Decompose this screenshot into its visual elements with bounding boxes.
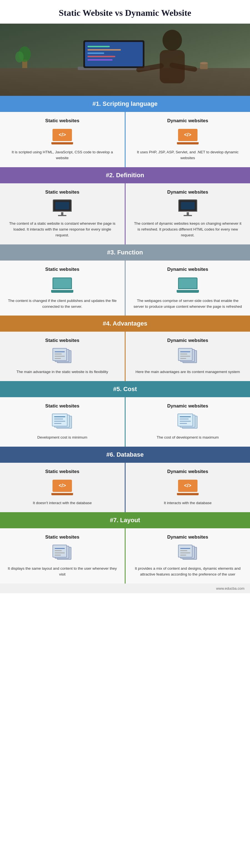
comparison-row-function: Static websites The content is changed i…	[0, 260, 250, 316]
static-title-layout: Static websites	[45, 534, 80, 540]
dynamic-icon-cost	[177, 413, 198, 431]
dynamic-col-database: Dynamic websites </> It interacts with t…	[126, 463, 250, 512]
static-text-database: It doesn't interact with the database	[33, 500, 92, 506]
dynamic-col-cost: Dynamic websites The cost of development…	[126, 397, 250, 447]
comparison-row-advantages: Static websites The main advantage in th…	[0, 332, 250, 381]
dynamic-icon-advantages	[177, 347, 198, 365]
svg-point-16	[15, 51, 24, 62]
section-layout: #7. LayoutStatic websites It displays th…	[0, 512, 250, 584]
svg-rect-8	[88, 56, 115, 57]
dynamic-icon-scripting: </>	[177, 127, 198, 146]
svg-rect-9	[88, 59, 113, 61]
main-title: Static Website vs Dynamic Website	[0, 0, 250, 24]
svg-rect-5	[88, 46, 110, 47]
static-title-scripting: Static websites	[45, 118, 80, 124]
section-scripting: #1. Scripting languageStatic websites </…	[0, 96, 250, 167]
static-col-layout: Static websites It displays the same lay…	[0, 528, 126, 584]
dynamic-title-cost: Dynamic websites	[167, 403, 208, 409]
section-header-layout: #7. Layout	[0, 512, 250, 528]
static-text-cost: Development cost is minimum	[37, 435, 87, 440]
static-col-scripting: Static websites </> It is scripted using…	[0, 112, 126, 167]
dynamic-title-database: Dynamic websites	[167, 469, 208, 474]
footer: www.educba.com	[0, 584, 250, 593]
comparison-row-layout: Static websites It displays the same lay…	[0, 528, 250, 584]
section-header-scripting: #1. Scripting language	[0, 96, 250, 112]
comparison-row-cost: Static websites Development cost is mini…	[0, 397, 250, 447]
dynamic-text-scripting: It uses PHP, JSP, ASP, Servlet, and .NET…	[133, 149, 243, 161]
static-col-advantages: Static websites The main advantage in th…	[0, 332, 126, 381]
comparison-row-database: Static websites </> It doesn't interact …	[0, 463, 250, 512]
static-title-advantages: Static websites	[45, 338, 80, 343]
static-icon-layout	[52, 544, 73, 562]
static-title-function: Static websites	[45, 267, 80, 272]
dynamic-text-advantages: Here the main advantages are its content…	[135, 369, 240, 375]
dynamic-title-layout: Dynamic websites	[167, 534, 208, 540]
svg-rect-7	[88, 53, 104, 54]
static-text-scripting: It is scripted using HTML, JavaScript, C…	[8, 149, 117, 161]
dynamic-col-function: Dynamic websites The webpages comprise o…	[126, 260, 250, 316]
comparison-row-definition: Static websites The content of a static …	[0, 183, 250, 244]
svg-rect-6	[88, 49, 121, 51]
static-col-function: Static websites The content is changed i…	[0, 260, 126, 316]
dynamic-text-cost: The cost of development is maximum	[157, 435, 219, 440]
static-title-definition: Static websites	[45, 189, 80, 195]
dynamic-text-layout: It provides a mix of content and designs…	[133, 566, 243, 578]
dynamic-title-scripting: Dynamic websites	[167, 118, 208, 124]
dynamic-col-layout: Dynamic websites It provides a mix of co…	[126, 528, 250, 584]
dynamic-text-function: The webpages comprise of server-side cod…	[133, 298, 243, 310]
static-title-cost: Static websites	[45, 403, 80, 409]
static-col-definition: Static websites The content of a static …	[0, 183, 126, 244]
static-text-definition: The content of a static website is const…	[8, 221, 117, 238]
dynamic-icon-database: </>	[177, 478, 198, 496]
dynamic-text-definition: The content of dynamic websites keeps on…	[133, 221, 243, 238]
section-function: #3. FunctionStatic websites The content …	[0, 244, 250, 316]
dynamic-icon-function	[177, 276, 199, 294]
static-col-database: Static websites </> It doesn't interact …	[0, 463, 126, 512]
section-header-function: #3. Function	[0, 244, 250, 260]
section-header-cost: #5. Cost	[0, 381, 250, 397]
static-icon-advantages	[52, 347, 73, 365]
section-advantages: #4. AdvantagesStatic websites The main a…	[0, 315, 250, 381]
svg-rect-1	[0, 68, 250, 96]
dynamic-text-database: It interacts with the database	[164, 500, 212, 506]
svg-rect-4	[85, 42, 143, 66]
svg-point-18	[200, 62, 208, 64]
dynamic-col-advantages: Dynamic websites Here the main advantage…	[126, 332, 250, 381]
static-title-database: Static websites	[45, 469, 80, 474]
sections-container: #1. Scripting languageStatic websites </…	[0, 96, 250, 584]
dynamic-title-function: Dynamic websites	[167, 267, 208, 272]
section-header-database: #6. Database	[0, 447, 250, 463]
static-icon-cost	[52, 413, 73, 431]
svg-point-10	[162, 30, 182, 51]
dynamic-title-advantages: Dynamic websites	[167, 338, 208, 343]
dynamic-icon-definition	[177, 199, 198, 217]
static-text-advantages: The main advantage in the static website…	[17, 369, 108, 375]
dynamic-col-scripting: Dynamic websites </> It uses PHP, JSP, A…	[126, 112, 250, 167]
dynamic-title-definition: Dynamic websites	[167, 189, 208, 195]
static-text-layout: It displays the same layout and content …	[8, 566, 117, 578]
hero-image	[0, 24, 250, 96]
section-header-definition: #2. Definition	[0, 167, 250, 183]
section-cost: #5. CostStatic websites Development cost…	[0, 381, 250, 447]
dynamic-icon-layout	[177, 544, 198, 562]
section-definition: #2. DefinitionStatic websites The conten…	[0, 167, 250, 244]
static-text-function: The content is changed if the client pub…	[8, 298, 117, 310]
static-icon-scripting: </>	[52, 127, 73, 146]
section-header-advantages: #4. Advantages	[0, 315, 250, 332]
comparison-row-scripting: Static websites </> It is scripted using…	[0, 112, 250, 167]
static-icon-database: </>	[52, 478, 73, 496]
static-col-cost: Static websites Development cost is mini…	[0, 397, 126, 447]
section-database: #6. DatabaseStatic websites </> It doesn…	[0, 447, 250, 512]
static-icon-definition	[52, 199, 73, 217]
static-icon-function	[51, 276, 73, 294]
dynamic-col-definition: Dynamic websites The content of dynamic …	[126, 183, 250, 244]
